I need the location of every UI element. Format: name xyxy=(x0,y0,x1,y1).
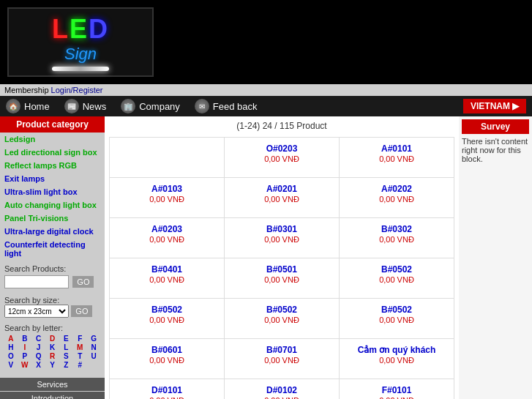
sidebar-item-autochanging[interactable]: Auto changing light box xyxy=(0,198,105,212)
product-price-15: 0,00 VNĐ xyxy=(149,356,184,365)
product-price-11: 0,00 VNĐ xyxy=(379,275,414,284)
product-name-13[interactable]: B#0502 xyxy=(228,305,336,315)
letter-c[interactable]: C xyxy=(32,335,45,343)
sidebar-item-ultralarge[interactable]: Ultra-large digital clock xyxy=(0,225,105,238)
product-name-2[interactable]: A#0101 xyxy=(342,143,451,154)
letter-e[interactable]: E xyxy=(59,335,72,343)
logo-bar xyxy=(52,67,109,71)
product-price-17: 0,00 VNĐ xyxy=(379,356,414,365)
letter-p[interactable]: P xyxy=(18,352,31,360)
letter-k[interactable]: K xyxy=(46,343,59,351)
letter-l[interactable]: L xyxy=(59,343,72,351)
product-name-1[interactable]: O#0203 xyxy=(228,143,336,154)
letter-grid: A B C D E F G H I J K L M N O P Q R S T xyxy=(4,335,100,369)
product-name-19[interactable]: D#0102 xyxy=(228,385,336,395)
sidebar-item-reflect[interactable]: Reflect lamps RGB xyxy=(0,159,105,172)
letter-u[interactable]: U xyxy=(87,352,100,360)
size-go-button[interactable]: GO xyxy=(71,305,92,317)
sidebar-item-exit[interactable]: Exit lamps xyxy=(0,172,105,185)
product-name-7[interactable]: B#0301 xyxy=(228,224,336,234)
product-cell-7: B#0301 0,00 VNĐ xyxy=(225,218,340,258)
letter-z[interactable]: Z xyxy=(59,361,72,369)
nav-feedback-label: Feed back xyxy=(213,101,258,112)
product-name-10[interactable]: B#0501 xyxy=(228,264,336,275)
search-go-button[interactable]: GO xyxy=(72,276,94,288)
services-link[interactable]: Services xyxy=(0,378,105,391)
product-name-17[interactable]: Cảm ơn quý khách xyxy=(342,345,451,355)
product-name-20[interactable]: F#0101 xyxy=(342,385,451,395)
login-register-link[interactable]: Login/Register xyxy=(51,86,103,94)
product-name-4[interactable]: A#0201 xyxy=(228,184,336,194)
sidebar-search: Search Products: GO xyxy=(0,260,105,293)
product-cell-20: F#0101 0,00 VNĐ xyxy=(340,379,454,399)
letter-v[interactable]: V xyxy=(4,361,18,369)
product-cell-12: B#0502 0,00 VNĐ xyxy=(110,299,225,339)
letter-f[interactable]: F xyxy=(73,335,86,343)
letter-label: Search by letter: xyxy=(4,324,100,332)
product-name-6[interactable]: A#0203 xyxy=(113,224,221,234)
nav-home[interactable]: 🏠 Home xyxy=(6,99,50,113)
product-price-19: 0,00 VNĐ xyxy=(264,396,299,399)
product-name-16[interactable]: B#0701 xyxy=(228,345,336,355)
sidebar-item-paneltri[interactable]: Panel Tri-visions xyxy=(0,212,105,225)
feedback-icon: ✉ xyxy=(195,99,209,113)
company-icon: 🏢 xyxy=(121,99,135,113)
sidebar-item-ultraslim[interactable]: Ultra-slim light box xyxy=(0,185,105,198)
letter-t[interactable]: T xyxy=(73,352,86,360)
letter-j[interactable]: J xyxy=(32,343,45,351)
nav-feedback[interactable]: ✉ Feed back xyxy=(195,99,258,113)
letter-hash[interactable]: # xyxy=(73,361,86,369)
product-name-15[interactable]: B#0601 xyxy=(113,345,221,355)
sidebar-item-led-directional[interactable]: Led directional sign box xyxy=(0,146,105,159)
product-name-3[interactable]: A#0103 xyxy=(113,184,221,194)
sidebar: Product category Ledsign Led directional… xyxy=(0,116,105,399)
letter-x[interactable]: X xyxy=(32,361,45,369)
product-name-14[interactable]: B#0502 xyxy=(342,305,451,315)
product-name-12[interactable]: B#0502 xyxy=(113,305,221,315)
letter-y[interactable]: Y xyxy=(46,361,59,369)
letter-a[interactable]: A xyxy=(4,335,18,343)
product-cell-14: B#0502 0,00 VNĐ xyxy=(340,299,454,339)
product-price-12: 0,00 VNĐ xyxy=(149,316,184,324)
search-input[interactable] xyxy=(4,275,69,288)
product-name-18[interactable]: D#0101 xyxy=(113,385,221,395)
letter-i[interactable]: I xyxy=(18,343,31,351)
letter-r[interactable]: R xyxy=(46,352,59,360)
sidebar-item-counterfeit[interactable]: Counterfeit detecting light xyxy=(0,238,105,260)
letter-b[interactable]: B xyxy=(18,335,31,343)
product-name-5[interactable]: A#0202 xyxy=(342,184,451,194)
survey-panel: Survey There isn't content right now for… xyxy=(459,116,532,399)
size-select[interactable]: 12cm x 23cm xyxy=(4,305,69,318)
product-cell-4: A#0201 0,00 VNĐ xyxy=(225,178,340,218)
logo-l: L xyxy=(52,14,70,44)
sidebar-links: Services Introduction Working Online xyxy=(0,378,105,399)
letter-n[interactable]: N xyxy=(87,343,100,351)
letter-d[interactable]: D xyxy=(46,335,59,343)
product-name-11[interactable]: B#0502 xyxy=(342,264,451,275)
logo-e: E xyxy=(70,14,89,44)
nav-company-label: Company xyxy=(139,101,180,112)
letter-m[interactable]: M xyxy=(73,343,86,351)
product-price-20: 0,00 VNĐ xyxy=(379,396,414,399)
logo-sign: Sign xyxy=(52,45,109,64)
product-name-8[interactable]: B#0302 xyxy=(342,224,451,234)
sidebar-item-ledsign[interactable]: Ledsign xyxy=(0,133,105,146)
vietnam-button[interactable]: VIETNAM ▶ xyxy=(463,99,526,113)
product-cell-18: D#0101 0,00 VNĐ xyxy=(110,379,225,399)
letter-o[interactable]: O xyxy=(4,352,18,360)
product-price-7: 0,00 VNĐ xyxy=(264,235,299,244)
product-price-5: 0,00 VNĐ xyxy=(379,195,414,204)
nav-news[interactable]: 📰 News xyxy=(64,99,107,113)
introduction-link[interactable]: Introduction xyxy=(0,392,105,399)
letter-q[interactable]: Q xyxy=(32,352,45,360)
nav-home-label: Home xyxy=(24,101,50,112)
product-price-1: 0,00 VNĐ xyxy=(264,154,299,163)
product-price-16: 0,00 VNĐ xyxy=(264,356,299,365)
product-cell-10: B#0501 0,00 VNĐ xyxy=(225,258,340,299)
product-name-9[interactable]: B#0401 xyxy=(113,264,221,275)
letter-w[interactable]: W xyxy=(18,361,31,369)
letter-h[interactable]: H xyxy=(4,343,18,351)
nav-company[interactable]: 🏢 Company xyxy=(121,99,180,113)
letter-g[interactable]: G xyxy=(87,335,100,343)
letter-s[interactable]: S xyxy=(59,352,72,360)
